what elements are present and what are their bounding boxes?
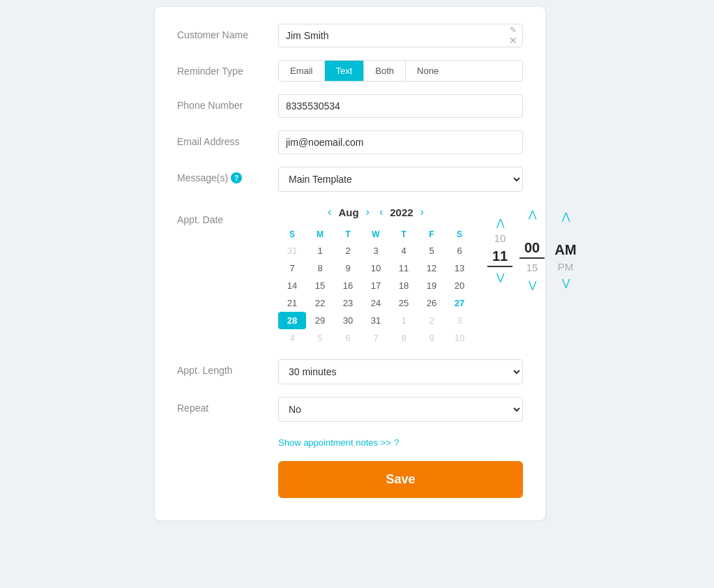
messages-field: Main Template Template 2 Template 3 — [278, 167, 523, 192]
calendar-day[interactable]: 4 — [390, 242, 418, 259]
ampm-up-button[interactable]: ⋀ — [558, 209, 574, 223]
dow-thu: T — [390, 227, 418, 242]
ampm-down-button[interactable]: ⋁ — [558, 276, 574, 289]
calendar-day[interactable]: 3 — [362, 242, 390, 259]
calendar-grid: S M T W T F S 31123456789101112 — [278, 227, 473, 347]
calendar-day[interactable]: 17 — [362, 277, 390, 294]
repeat-select[interactable]: No Daily Weekly Monthly — [278, 397, 523, 422]
prev-month-button[interactable]: ‹ — [325, 204, 334, 220]
hour-column: ⋀ 10 11 ⋁ — [487, 216, 512, 284]
notes-help-icon[interactable]: ? — [394, 437, 399, 448]
calendar-day[interactable]: 29 — [306, 312, 334, 329]
dow-mon: M — [306, 227, 334, 242]
reminder-type-label: Reminder Type — [177, 60, 278, 77]
reminder-none-button[interactable]: None — [406, 61, 450, 81]
calendar-day[interactable]: 13 — [446, 259, 473, 277]
calendar-day[interactable]: 19 — [418, 277, 446, 294]
show-notes-link[interactable]: Show appointment notes >> ? — [278, 437, 399, 448]
dow-sat: S — [446, 227, 473, 242]
reminder-type-group: Email Text Both None — [278, 60, 523, 82]
next-month-button[interactable]: › — [363, 204, 372, 220]
calendar-day[interactable]: 31 — [278, 242, 306, 259]
calendar-day[interactable]: 22 — [306, 294, 334, 312]
calendar-day[interactable]: 9 — [418, 329, 446, 347]
calendar-day[interactable]: 14 — [278, 277, 306, 294]
calendar-day[interactable]: 24 — [362, 294, 390, 312]
calendar-day[interactable]: 23 — [334, 294, 362, 312]
edit-icon[interactable]: ✎ — [510, 26, 517, 34]
calendar-day[interactable]: 1 — [306, 242, 334, 259]
dow-sun: S — [278, 227, 306, 242]
messages-help-icon[interactable]: ? — [231, 172, 242, 183]
reminder-both-button[interactable]: Both — [364, 61, 406, 81]
calendar-day[interactable]: 18 — [390, 277, 418, 294]
calendar-day[interactable]: 6 — [334, 329, 362, 347]
customer-name-field: Jim Smith ✎ ✕ — [278, 24, 523, 47]
appt-length-select[interactable]: 15 minutes 30 minutes 45 minutes 1 hour — [278, 359, 523, 384]
email-input[interactable]: jim@noemail.com — [278, 130, 523, 154]
reminder-text-button[interactable]: Text — [325, 61, 365, 81]
dow-wed: W — [362, 227, 390, 242]
appt-length-field: 15 minutes 30 minutes 45 minutes 1 hour — [278, 359, 523, 384]
repeat-field: No Daily Weekly Monthly — [278, 397, 523, 422]
calendar-day[interactable]: 10 — [446, 329, 473, 347]
appt-date-label: Appt. Date — [177, 204, 278, 225]
calendar-day[interactable]: 20 — [446, 277, 473, 294]
save-button[interactable]: Save — [278, 461, 523, 498]
calendar-year: 2022 — [390, 206, 413, 218]
hour-above-value: 10 — [487, 232, 512, 246]
calendar-day[interactable]: 10 — [362, 259, 390, 277]
calendar-day[interactable]: 5 — [418, 242, 446, 259]
calendar-day[interactable]: 2 — [418, 312, 446, 329]
messages-select[interactable]: Main Template Template 2 Template 3 — [278, 167, 523, 192]
calendar-day[interactable]: 8 — [306, 259, 334, 277]
appt-length-label: Appt. Length — [177, 359, 278, 376]
calendar-day[interactable]: 27 — [446, 294, 473, 312]
calendar-day[interactable]: 9 — [334, 259, 362, 277]
calendar-day[interactable]: 25 — [390, 294, 418, 312]
calendar-day[interactable]: 31 — [362, 312, 390, 329]
email-field: jim@noemail.com — [278, 130, 523, 154]
dow-tue: T — [334, 227, 362, 242]
reminder-email-button[interactable]: Email — [279, 61, 325, 81]
repeat-label: Repeat — [177, 397, 278, 414]
calendar-day[interactable]: 6 — [446, 242, 473, 259]
calendar-day[interactable]: 21 — [278, 294, 306, 312]
ampm-column: ⋀ AM PM ⋁ — [552, 209, 579, 289]
calendar-day[interactable]: 12 — [418, 259, 446, 277]
calendar-day[interactable]: 3 — [446, 312, 473, 329]
calendar-day[interactable]: 2 — [334, 242, 362, 259]
calendar-day[interactable]: 26 — [418, 294, 446, 312]
next-year-button[interactable]: › — [418, 204, 427, 220]
calendar-day[interactable]: 5 — [306, 329, 334, 347]
phone-field: 8335530534 — [278, 94, 523, 118]
prev-year-button[interactable]: ‹ — [377, 204, 386, 220]
calendar-day[interactable]: 30 — [334, 312, 362, 329]
customer-name-label: Customer Name — [177, 24, 278, 40]
email-label: Email Address — [177, 130, 278, 147]
calendar-day[interactable]: 28 — [278, 312, 306, 329]
minute-value: 00 — [519, 240, 545, 259]
hour-value: 11 — [487, 248, 512, 267]
minute-down-button[interactable]: ⋁ — [524, 278, 540, 292]
calendar: ‹ Aug › ‹ 2022 › S M — [278, 204, 473, 347]
calendar-day[interactable]: 4 — [278, 329, 306, 347]
calendar-day[interactable]: 15 — [306, 277, 334, 294]
hour-down-button[interactable]: ⋁ — [492, 270, 508, 284]
hour-up-button[interactable]: ⋀ — [492, 216, 508, 229]
minute-up-button[interactable]: ⋀ — [524, 207, 540, 221]
customer-name-input[interactable]: Jim Smith — [278, 24, 523, 47]
time-picker: ⋀ 10 11 ⋁ ⋀ 00 15 ⋁ — [487, 204, 579, 292]
minute-below-value: 15 — [519, 262, 545, 275]
clear-icon[interactable]: ✕ — [509, 36, 517, 45]
calendar-day[interactable]: 1 — [390, 312, 418, 329]
calendar-day[interactable]: 11 — [390, 259, 418, 277]
phone-input[interactable]: 8335530534 — [278, 94, 523, 118]
ampm-below-value: PM — [552, 261, 579, 273]
minute-column: ⋀ 00 15 ⋁ — [519, 207, 545, 292]
calendar-day[interactable]: 16 — [334, 277, 362, 294]
calendar-day[interactable]: 7 — [362, 329, 390, 347]
appt-date-area: ‹ Aug › ‹ 2022 › S M — [278, 204, 579, 347]
calendar-day[interactable]: 7 — [278, 259, 306, 277]
calendar-day[interactable]: 8 — [390, 329, 418, 347]
